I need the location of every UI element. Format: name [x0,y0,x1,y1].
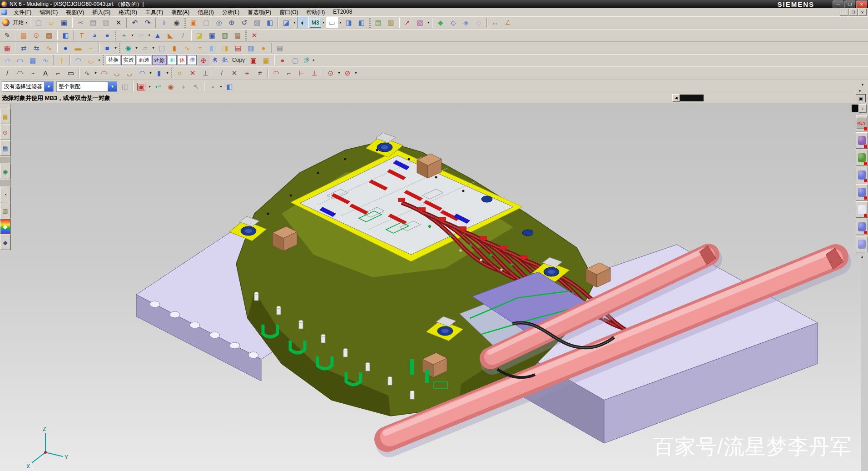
scroll-right-button[interactable]: › [858,104,867,113]
point-icon[interactable]: + [118,30,130,41]
polyline-icon[interactable]: ∿ [81,67,93,79]
bend-flange-icon[interactable]: ◡ [85,55,97,66]
fillet-curve2-icon[interactable]: ◡ [111,67,123,79]
view-window-icon[interactable]: ▢ [289,55,301,66]
perpendicular-icon[interactable]: ⊥ [308,67,320,79]
patch-icon[interactable]: ◧ [207,42,218,54]
toolbar-grip[interactable] [115,30,116,40]
dropdown-arrow-icon[interactable]: ▼ [354,71,358,75]
menu-item-7[interactable]: 信息(I) [193,8,218,17]
knife-icon[interactable]: / [177,30,189,41]
palette-icon[interactable]: ▥ [0,203,10,218]
fan-surface-icon[interactable]: ∿ [43,42,55,54]
dropdown-arrow-icon[interactable]: ▼ [427,21,431,24]
mdi-close-button[interactable]: ✕ [858,9,867,16]
more-features-icon[interactable]: ▦ [274,42,286,54]
cylinder-primitive-icon[interactable]: ⊙ [30,30,42,41]
dropdown-arrow-icon[interactable]: ▼ [25,21,29,24]
selection-overflow-arrow[interactable]: ▼ [858,89,862,93]
trim-curve-icon[interactable]: ✕ [187,67,198,79]
chamfer-curve-icon[interactable]: ◡ [124,67,135,79]
datum-plane-icon[interactable]: T [76,30,88,41]
menu-item-1[interactable]: 编辑(E) [35,8,62,17]
red-arc1-icon[interactable]: ◠ [270,67,282,79]
replace-display-button[interactable]: 替换 [106,55,120,65]
hole-array-icon[interactable]: ▩ [43,30,55,41]
line-icon[interactable]: / [1,67,13,79]
dropdown-arrow-icon[interactable]: ▼ [322,21,326,24]
solid-translucency-button[interactable]: 实透 [121,55,136,65]
fillet-curve-icon[interactable]: ◠ [98,67,110,79]
body-display-button[interactable]: 体 [178,55,187,65]
plane-icon[interactable]: ▱ [135,30,147,41]
menu-item-3[interactable]: 插入(S) [88,8,114,17]
view-orientation-cube-icon[interactable]: ◪ [280,17,292,28]
select-diamond-icon[interactable]: ◇ [447,17,459,28]
rotate-view-icon[interactable]: ↺ [238,17,250,28]
rightbar-collapse-arrow[interactable]: ◂ [861,255,863,259]
edit-object-display-icon[interactable]: ▧ [414,17,426,28]
block-part-button[interactable] [856,167,868,183]
menu-item-6[interactable]: 装配(A) [167,8,193,17]
tray-icon[interactable]: ▬ [72,42,84,54]
wireframe-cube-icon[interactable]: ▢ [156,42,168,54]
copy-display-button[interactable]: Copy [230,55,247,65]
toolbar-grip[interactable] [184,18,186,28]
toolbar-overflow-arrow[interactable]: ▼ [861,83,864,87]
solid-cube-icon[interactable]: ■ [101,42,113,54]
grab-hand-icon[interactable]: ↖ [190,81,202,92]
datum-plane2-icon[interactable]: ▱ [139,42,151,54]
move-to-layer-icon[interactable]: ◨ [343,17,355,28]
rib-icon[interactable]: ▤ [232,42,244,54]
punch-part-button[interactable] [856,201,868,218]
menu-item-8[interactable]: 分析(L) [218,8,244,17]
die-insert-part-button[interactable] [856,150,868,166]
assembly-navigator-icon[interactable]: ▦ [0,109,10,124]
layer-settings-icon[interactable]: ▤ [372,17,384,28]
paste-icon[interactable]: ▥ [100,17,112,28]
clamp-icon[interactable]: ▤ [232,30,243,41]
slot-icon[interactable]: ▥ [245,42,257,54]
studio-surface-icon[interactable]: ∿ [40,55,51,66]
dropdown-arrow-icon[interactable]: ▼ [219,85,223,88]
batch-display-button[interactable]: 批 [220,55,229,65]
delete-icon[interactable]: ✕ [113,17,124,28]
red-corner-icon[interactable]: ⌐ [283,67,295,79]
pocket-icon[interactable]: ● [258,42,269,54]
fit-view-frame-button[interactable]: ▣ [856,94,866,102]
circle-trim-icon[interactable]: ⊘ [342,67,353,79]
revolve-icon[interactable]: ◕ [89,30,100,41]
unequal-curve-icon[interactable]: ≠ [254,67,266,79]
block-icon[interactable]: ▦ [18,30,30,41]
measure-distance-icon[interactable]: ↔ [489,17,501,28]
key-document-icon[interactable]: ¤ [174,67,186,79]
zoom-in-out-icon[interactable]: ⊕ [226,17,238,28]
constraint-navigator-icon[interactable]: ⊙ [0,125,10,140]
divide-curve-icon[interactable]: / [216,67,228,79]
interference-button[interactable]: 涉 [302,55,311,65]
selection-scope-combo[interactable]: 整个装配▼ [56,81,117,92]
spline-icon[interactable]: ~ [27,67,39,79]
rectangle-icon[interactable]: ▭ [65,67,77,79]
part-navigator-icon[interactable]: ▤ [0,140,10,156]
graphics-viewport[interactable] [0,103,868,471]
minimize-button[interactable]: — [833,0,843,8]
history-clock-icon[interactable]: ◔ [0,187,10,202]
delete-text-cursor-icon[interactable]: ✕ [248,30,260,41]
cut-icon[interactable]: ✂ [74,17,86,28]
menu-item-12[interactable]: ET2008 [329,8,356,17]
undo-icon[interactable]: ↶ [129,17,141,28]
add-point-icon[interactable]: + [241,67,253,79]
trim-corner-icon[interactable]: ⊥ [199,67,211,79]
window-gray-icon[interactable]: ▢ [200,17,212,28]
shaded-select-cube-icon[interactable]: ◧ [223,81,235,92]
dropdown-arrow-icon[interactable]: ▼ [97,59,101,62]
unite-icon[interactable]: ▣ [206,30,218,41]
mdi-minimize-button[interactable]: — [840,9,848,16]
menu-item-11[interactable]: 帮助(H) [303,8,329,17]
rectangle-select-icon[interactable]: ▫ [207,81,218,92]
snap-point-icon[interactable]: ◆ [435,17,446,28]
window-zoom-icon[interactable]: ◎ [213,17,225,28]
boolean-icon[interactable]: ◉ [122,42,134,54]
dropdown-arrow-icon[interactable]: ▼ [338,21,342,24]
